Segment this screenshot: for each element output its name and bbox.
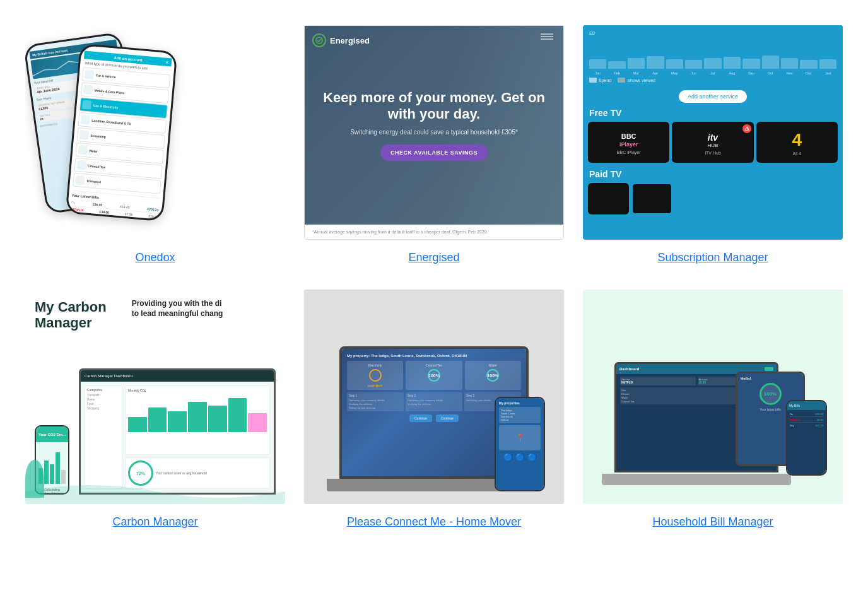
hbm-link[interactable]: Household Bill Manager [652,515,773,529]
onedox-image: My British Gas Account Your latest bill … [25,25,285,240]
bbc-iplayer-card: BBCiPlayer BBC iPlayer [588,122,669,163]
carbon-link[interactable]: Carbon Manager [112,515,197,529]
hbm-mockup: Dashboard Service NETFLIX Amount [583,290,843,504]
carbon-phone: Your CO2 Em... CalculatingCarbon Footpri… [35,425,69,495]
subscription-image: £0 [583,25,843,240]
hbm-image: Dashboard Service NETFLIX Amount [583,290,843,504]
energised-cta-button[interactable]: CHECK AVAILABLE SAVINGS [380,144,488,161]
onedox-phone-front: ← Add an account✕ What type of account d… [66,44,178,221]
alert-badge: ⚠ [742,124,751,133]
card-subscription: £0 [583,25,843,264]
all4-card: 4 All 4 [756,122,838,163]
hbm-laptop-base [602,474,791,485]
card-carbon: My CarbonManager Providing you with the … [25,290,285,529]
legend-shows: Shows viewed [627,78,655,83]
card-energised: Energised Keep more of your money. Get o… [304,25,564,264]
energised-image: Energised Keep more of your money. Get o… [304,25,564,240]
free-tv-title: Free TV [583,107,843,122]
add-service-button[interactable]: Add another service [679,90,747,103]
carbon-brand: My CarbonManager [35,299,107,331]
carbon-image: My CarbonManager Providing you with the … [25,290,285,504]
card-pcm: My property: The ledge, South Lcons, Swi… [304,290,564,529]
itv-hub-card: ⚠ itv HUB ITV Hub [672,122,753,163]
card-hbm: Dashboard Service NETFLIX Amount [583,290,843,529]
pcm-phone: My properties The ledge, South Lcons Swi… [495,397,545,491]
pcm-mockup: My property: The ledge, South Lcons, Swi… [304,290,564,504]
hbm-phone: My Bills O₂£26.00 NETFLIX£8.99 Sky£45.00 [786,400,827,476]
paid-tv-card-1 [588,183,629,214]
pcm-link[interactable]: Please Connect Me - Home Mover [347,515,521,529]
carbon-laptop: Carbon Manager Dashboard Categories Tran… [79,368,276,495]
card-onedox: My British Gas Account Your latest bill … [25,25,285,264]
pcm-image: My property: The ledge, South Lcons, Swi… [304,290,564,504]
subscription-link[interactable]: Subscription Manager [657,251,768,264]
legend-spend: Spend [599,78,611,83]
chart-label: £0 [589,30,836,36]
onedox-link[interactable]: Onedox [135,251,175,264]
carbon-mockup: My CarbonManager Providing you with the … [25,290,285,504]
energised-headline: Keep more of your money. Get on with you… [317,90,551,123]
carbon-tagline: Providing you with the dito lead meaning… [132,299,223,319]
energised-mockup: Energised Keep more of your money. Get o… [304,25,564,240]
paid-tv-title: Paid TV [583,167,843,183]
subscription-mockup: £0 [583,25,843,240]
product-grid: My British Gas Account Your latest bill … [0,0,868,554]
energised-logo: Energised [312,33,370,47]
paid-tv-card-2 [631,183,672,214]
energised-subtext: Switching energy deal could save a typic… [350,129,518,136]
energised-link[interactable]: Energised [408,251,459,264]
energised-footnote: *Annual average savings moving from a de… [305,225,563,239]
